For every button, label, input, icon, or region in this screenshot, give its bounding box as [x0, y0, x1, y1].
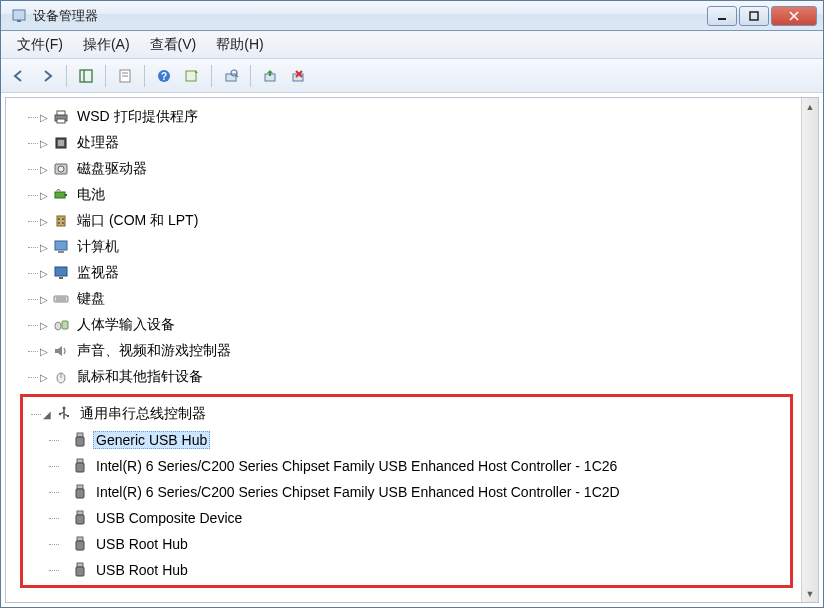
expander-expanded-icon[interactable]: ◢ — [41, 408, 53, 420]
expander-collapsed-icon[interactable]: ▷ — [38, 293, 50, 305]
tree-item-label: 电池 — [74, 185, 108, 205]
tree-item-label: 磁盘驱动器 — [74, 159, 150, 179]
usb-icon — [55, 405, 73, 423]
tree-item[interactable]: ▷人体学输入设备 — [20, 312, 799, 338]
scroll-down-arrow[interactable]: ▼ — [802, 585, 818, 602]
svg-rect-57 — [76, 541, 84, 550]
expander-collapsed-icon[interactable]: ▷ — [38, 371, 50, 383]
tree-item-usb-device[interactable]: USB Root Hub — [23, 557, 786, 583]
expander-collapsed-icon[interactable]: ▷ — [38, 111, 50, 123]
tree-item-usb-device[interactable]: Intel(R) 6 Series/C200 Series Chipset Fa… — [23, 479, 786, 505]
content-area: ▷WSD 打印提供程序▷处理器▷磁盘驱动器▷电池▷端口 (COM 和 LPT)▷… — [1, 93, 823, 607]
svg-rect-52 — [77, 485, 83, 489]
tree-item[interactable]: ▷处理器 — [20, 130, 799, 156]
battery-icon — [52, 186, 70, 204]
tree-item[interactable]: ▷鼠标和其他指针设备 — [20, 364, 799, 390]
scroll-up-arrow[interactable]: ▲ — [802, 98, 818, 115]
expander-collapsed-icon[interactable]: ▷ — [38, 215, 50, 227]
expander-collapsed-icon[interactable]: ▷ — [38, 241, 50, 253]
svg-rect-1 — [17, 20, 21, 22]
minimize-button[interactable] — [707, 6, 737, 26]
expander-collapsed-icon[interactable]: ▷ — [38, 189, 50, 201]
disk-icon — [52, 160, 70, 178]
svg-point-29 — [58, 218, 60, 220]
tree-item[interactable]: ▷磁盘驱动器 — [20, 156, 799, 182]
sound-icon — [52, 342, 70, 360]
usb-device-icon — [71, 535, 89, 553]
maximize-button[interactable] — [739, 6, 769, 26]
titlebar: 设备管理器 — [1, 1, 823, 31]
tree-item[interactable]: ▷WSD 打印提供程序 — [20, 104, 799, 130]
svg-rect-6 — [80, 70, 92, 82]
show-hide-tree-button[interactable] — [74, 64, 98, 88]
svg-rect-37 — [54, 296, 68, 302]
tree-item-label: WSD 打印提供程序 — [74, 107, 201, 127]
svg-rect-20 — [57, 111, 65, 115]
tree-item[interactable]: ▷键盘 — [20, 286, 799, 312]
tree-item-usb-device[interactable]: Intel(R) 6 Series/C200 Series Chipset Fa… — [23, 453, 786, 479]
svg-rect-14 — [226, 74, 236, 81]
svg-rect-3 — [750, 12, 758, 20]
close-button[interactable] — [771, 6, 817, 26]
keyboard-icon — [52, 290, 70, 308]
tree-item-label: 人体学输入设备 — [74, 315, 178, 335]
tree-item-usb-device[interactable]: USB Composite Device — [23, 505, 786, 531]
tree-item[interactable]: ▷计算机 — [20, 234, 799, 260]
forward-button[interactable] — [35, 64, 59, 88]
back-button[interactable] — [7, 64, 31, 88]
printer-icon — [52, 108, 70, 126]
scroll-track[interactable] — [802, 115, 818, 585]
tree-item-label: 端口 (COM 和 LPT) — [74, 211, 201, 231]
expander-collapsed-icon[interactable]: ▷ — [38, 137, 50, 149]
svg-rect-50 — [77, 459, 83, 463]
tree-item-usb-device[interactable]: USB Root Hub — [23, 531, 786, 557]
svg-rect-36 — [59, 277, 63, 279]
tree-item-label: 处理器 — [74, 133, 122, 153]
expander-collapsed-icon[interactable]: ▷ — [38, 267, 50, 279]
svg-point-40 — [55, 322, 61, 330]
tree-item[interactable]: ▷声音、视频和游戏控制器 — [20, 338, 799, 364]
svg-rect-27 — [65, 194, 67, 196]
tree-item[interactable]: ▷监视器 — [20, 260, 799, 286]
expander-collapsed-icon[interactable]: ▷ — [38, 163, 50, 175]
svg-rect-35 — [55, 267, 67, 276]
expander-collapsed-icon[interactable]: ▷ — [38, 319, 50, 331]
action-button[interactable] — [180, 64, 204, 88]
mouse-icon — [52, 368, 70, 386]
tree-item-label: 键盘 — [74, 289, 108, 309]
tree-item[interactable]: ▷电池 — [20, 182, 799, 208]
menu-view[interactable]: 查看(V) — [140, 33, 207, 57]
svg-rect-47 — [67, 415, 69, 417]
tree-item-label: Generic USB Hub — [93, 431, 210, 449]
svg-point-31 — [58, 222, 60, 224]
menu-file[interactable]: 文件(F) — [7, 33, 73, 57]
expander-collapsed-icon[interactable]: ▷ — [38, 345, 50, 357]
disable-device-button[interactable] — [286, 64, 310, 88]
vertical-scrollbar[interactable]: ▲ ▼ — [801, 98, 818, 602]
tree-item[interactable]: ▷端口 (COM 和 LPT) — [20, 208, 799, 234]
scan-hardware-button[interactable] — [219, 64, 243, 88]
app-icon — [11, 8, 27, 24]
hid-icon — [52, 316, 70, 334]
enable-device-button[interactable] — [258, 64, 282, 88]
content-pane: ▷WSD 打印提供程序▷处理器▷磁盘驱动器▷电池▷端口 (COM 和 LPT)▷… — [5, 97, 819, 603]
tree-item-usb-controllers[interactable]: ◢通用串行总线控制器 — [23, 401, 786, 427]
highlighted-usb-section: ◢通用串行总线控制器Generic USB HubIntel(R) 6 Seri… — [20, 394, 793, 588]
menu-action[interactable]: 操作(A) — [73, 33, 140, 57]
device-tree[interactable]: ▷WSD 打印提供程序▷处理器▷磁盘驱动器▷电池▷端口 (COM 和 LPT)▷… — [6, 98, 801, 602]
tree-item-label: Intel(R) 6 Series/C200 Series Chipset Fa… — [93, 457, 620, 475]
svg-rect-41 — [62, 321, 68, 329]
svg-point-46 — [59, 413, 61, 415]
svg-text:?: ? — [161, 71, 167, 82]
tree-item-usb-device[interactable]: Generic USB Hub — [23, 427, 786, 453]
help-button[interactable]: ? — [152, 64, 176, 88]
svg-rect-48 — [77, 433, 83, 437]
menu-help[interactable]: 帮助(H) — [206, 33, 273, 57]
properties-button[interactable] — [113, 64, 137, 88]
usb-device-icon — [71, 457, 89, 475]
menubar: 文件(F) 操作(A) 查看(V) 帮助(H) — [1, 31, 823, 59]
tree-item-label: USB Root Hub — [93, 535, 191, 553]
computer-icon — [52, 238, 70, 256]
tree-item-label: 计算机 — [74, 237, 122, 257]
monitor-icon — [52, 264, 70, 282]
